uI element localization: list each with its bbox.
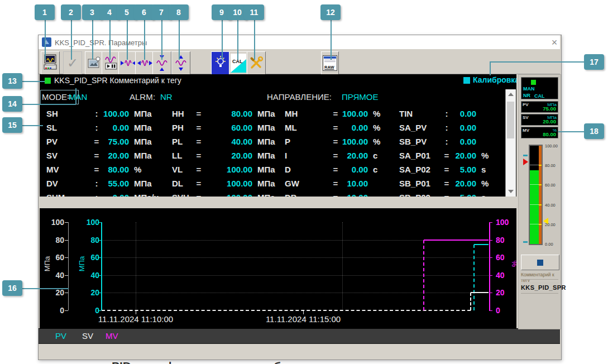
lamp-button[interactable] — [211, 51, 230, 75]
vertical-scrollbar[interactable] — [505, 89, 516, 197]
faceplate-mv-box: MV % 80.00 — [521, 127, 558, 138]
param-value[interactable]: 10.00 — [340, 190, 368, 197]
param-unit: МПа/ч — [129, 190, 161, 197]
param-value[interactable]: 100.00 — [203, 162, 252, 176]
divider — [521, 279, 558, 280]
tools-button[interactable] — [247, 51, 266, 75]
trend-chart: 100806040200МПа100806040200МПа1008060402… — [40, 208, 516, 328]
scale-expand-button[interactable] — [171, 51, 190, 75]
callout-line — [490, 61, 585, 63]
param-name: SA_PV — [399, 121, 442, 135]
param-value[interactable]: 80.00 — [203, 107, 252, 121]
y-axis-tick-label: 100 — [47, 218, 64, 227]
print-button[interactable] — [41, 51, 60, 75]
param-value[interactable]: 5.00 — [451, 162, 476, 176]
y-axis-tick — [65, 240, 68, 241]
export-image-button[interactable] — [85, 51, 104, 75]
param-value[interactable]: 100.00 — [101, 107, 129, 121]
param-name: SB_P02 — [399, 190, 442, 197]
y-axis-line — [489, 222, 490, 310]
param-separator: : — [92, 107, 101, 121]
close-button[interactable]: × — [548, 37, 561, 48]
y-axis-tick-label: 80 — [47, 236, 64, 245]
param-separator: = — [194, 149, 203, 162]
param-value[interactable]: 100.00 — [340, 135, 368, 149]
page-background: PID - тип функционального блока KKS_PID_… — [0, 0, 608, 364]
param-value[interactable]: 60.00 — [203, 121, 252, 135]
alrm-separator: : — [153, 92, 155, 103]
direction-value[interactable]: ПРЯМОЕ — [342, 92, 378, 103]
param-value[interactable]: 0.00 — [101, 190, 129, 197]
param-value[interactable]: 55.00 — [101, 176, 129, 190]
param-unit: c — [368, 162, 399, 176]
param-value[interactable]: 100.00 — [340, 107, 368, 121]
raw-button[interactable]: RAW — [321, 51, 339, 75]
param-name: SUM — [46, 190, 92, 197]
scroll-down-icon[interactable] — [508, 190, 514, 193]
callout-line — [237, 20, 238, 60]
callout-badge-18: 18 — [584, 123, 604, 139]
y-axis-line — [68, 222, 69, 310]
app-icon — [42, 37, 51, 47]
param-value[interactable]: 10.00 — [340, 176, 368, 190]
bargraph-scale-label: 80.00 — [545, 163, 556, 168]
param-value[interactable]: 75.00 — [101, 135, 129, 149]
param-separator: : — [442, 121, 451, 135]
time-compress-button[interactable] — [118, 51, 137, 75]
param-value[interactable]: 20.00 — [451, 149, 476, 162]
trace-sv — [102, 310, 471, 311]
param-separator: : — [92, 176, 101, 190]
trend-run-pause-button[interactable] — [102, 51, 121, 75]
param-unit — [476, 107, 504, 121]
faceplate-cal: CAL — [534, 93, 545, 99]
param-value[interactable]: 0.00 — [340, 162, 368, 176]
mv-pointer-icon[interactable] — [523, 159, 528, 165]
calibration-indicator[interactable] — [463, 77, 470, 84]
y-axis-tick — [489, 310, 492, 311]
param-unit: МПа — [129, 149, 161, 162]
apply-button[interactable]: ✓ — [63, 51, 82, 75]
calibration-button[interactable]: CAL — [229, 51, 248, 75]
param-separator: = — [194, 135, 203, 149]
param-unit: МПа — [252, 149, 286, 162]
y-axis-tick — [65, 222, 68, 223]
legend-item-pv[interactable]: PV — [55, 331, 66, 341]
param-value[interactable]: 40.00 — [203, 135, 252, 149]
param-value[interactable]: 0.00 — [101, 121, 129, 135]
param-name: I — [285, 149, 331, 162]
param-name: DL — [172, 176, 194, 190]
callout-line — [331, 20, 332, 60]
low-limit-marker — [523, 241, 528, 243]
param-separator: = — [331, 107, 340, 121]
param-name: ML — [285, 121, 331, 135]
high-limit-marker — [523, 155, 528, 156]
callout-badge-15: 15 — [2, 117, 22, 133]
y-axis-tick-label: 0 — [83, 306, 99, 315]
param-value[interactable]: 100.00 — [203, 176, 252, 190]
callout-badge-14: 14 — [2, 96, 22, 112]
param-value[interactable]: 0.00 — [340, 121, 368, 135]
param-value[interactable]: 20.00 — [340, 149, 368, 162]
faceplate-mode: MAN — [523, 86, 535, 92]
param-value[interactable]: 0.00 — [451, 121, 476, 135]
param-value[interactable]: 100.00 — [203, 190, 252, 197]
param-value[interactable]: 5.00 — [451, 190, 476, 197]
vertical-scroll-thumb[interactable] — [507, 102, 514, 138]
legend-item-sv[interactable]: SV — [82, 331, 93, 341]
param-value[interactable]: 20.00 — [451, 176, 476, 190]
faceplate-stop-button[interactable] — [521, 255, 559, 270]
param-value[interactable]: 20.00 — [203, 149, 252, 162]
param-value[interactable]: 20.00 — [101, 149, 129, 162]
legend-item-mv[interactable]: MV — [106, 331, 118, 341]
x-axis-tick-label: 11.11.2024 11:10:00 — [85, 314, 186, 324]
pv-label: PV — [523, 102, 529, 107]
mv-value: 80.00 — [543, 131, 556, 137]
param-value[interactable]: 0.00 — [451, 135, 476, 149]
param-separator: = — [442, 176, 451, 190]
callout-line — [490, 61, 491, 75]
param-value[interactable]: 0.00 — [451, 107, 476, 121]
scroll-up-icon[interactable] — [508, 93, 514, 96]
param-value[interactable]: 80.00 — [101, 162, 129, 176]
param-separator: : — [442, 107, 451, 121]
callout-badge-12: 12 — [320, 4, 341, 20]
